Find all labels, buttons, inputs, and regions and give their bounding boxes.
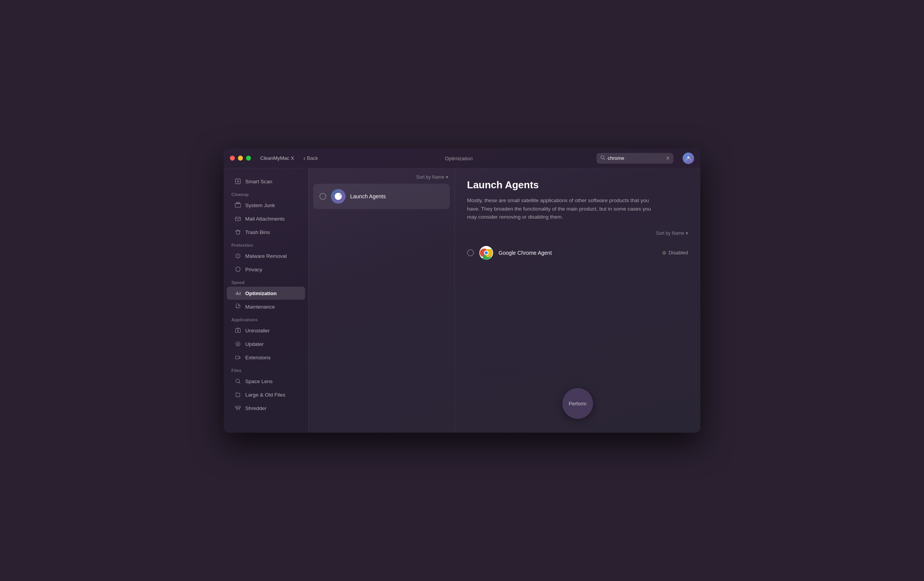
sidebar-item-label: Mail Attachments: [245, 216, 285, 222]
shredder-icon: [234, 405, 241, 412]
sidebar-item-label: Optimization: [245, 290, 277, 296]
detail-description: Mostly, these are small satellite applic…: [467, 196, 651, 221]
traffic-lights: [230, 156, 251, 161]
sidebar-item-space-lens[interactable]: Space Lens: [227, 375, 305, 388]
detail-sort-row: Sort by Name ▾: [467, 231, 688, 236]
app-title: CleanMyMac X: [260, 155, 294, 161]
search-input[interactable]: [608, 155, 664, 161]
disabled-dot: [662, 251, 666, 255]
disabled-label: Disabled: [668, 250, 688, 256]
sidebar-item-large-old-files[interactable]: Large & Old Files: [227, 388, 305, 401]
detail-title: Launch Agents: [467, 179, 688, 191]
svg-line-1: [604, 158, 605, 159]
svg-rect-5: [236, 203, 239, 204]
minimize-button[interactable]: [238, 156, 243, 161]
perform-button[interactable]: Perform: [562, 388, 593, 419]
sort-arrow-icon: ▾: [446, 174, 448, 180]
space-lens-icon: [234, 378, 241, 385]
chrome-icon: [479, 246, 493, 260]
list-item-checkbox[interactable]: [319, 193, 326, 200]
sidebar: Smart Scan Cleanup System Junk: [224, 168, 308, 433]
sidebar-item-label: Space Lens: [245, 378, 273, 384]
trash-icon: [234, 229, 241, 236]
large-files-icon: [234, 391, 241, 398]
system-junk-icon: [234, 202, 241, 209]
search-clear-button[interactable]: ×: [666, 155, 670, 161]
back-arrow-icon: ‹: [303, 155, 305, 162]
svg-rect-6: [236, 217, 241, 221]
list-pane: Sort by Name ▾ Launch Agents: [309, 168, 455, 433]
main-window: CleanMyMac X ‹ Back Optimization ×: [224, 148, 700, 433]
section-files: Files: [224, 364, 308, 374]
svg-rect-4: [235, 203, 241, 207]
sidebar-item-label: Smart Scan: [245, 179, 273, 184]
maximize-button[interactable]: [246, 156, 251, 161]
sidebar-item-uninstaller[interactable]: Uninstaller: [227, 324, 305, 337]
back-button[interactable]: ‹ Back: [300, 153, 321, 163]
sidebar-item-label: Privacy: [245, 267, 262, 272]
updater-icon: [234, 340, 241, 347]
sidebar-item-label: System Junk: [245, 203, 275, 208]
main-content: Smart Scan Cleanup System Junk: [224, 168, 700, 433]
sort-label-text: Sort by Name: [416, 174, 444, 180]
sidebar-item-shredder[interactable]: Shredder: [227, 402, 305, 415]
optimization-icon: [234, 290, 241, 297]
section-applications: Applications: [224, 314, 308, 324]
section-cleanup: Cleanup: [224, 188, 308, 198]
section-protection: Protection: [224, 239, 308, 249]
sidebar-item-privacy[interactable]: Privacy: [227, 263, 305, 276]
detail-sort-label: Sort by Name: [656, 231, 684, 236]
malware-icon: [234, 252, 241, 259]
agent-name: Google Chrome Agent: [499, 250, 657, 256]
detail-sort-arrow: ▾: [686, 231, 688, 236]
sidebar-item-label: Shredder: [245, 405, 267, 411]
search-icon: [600, 155, 605, 162]
sidebar-item-system-junk[interactable]: System Junk: [227, 199, 305, 212]
sidebar-item-updater[interactable]: Updater: [227, 337, 305, 350]
uninstaller-icon: [234, 327, 241, 334]
titlebar-center: Optimization: [327, 155, 590, 162]
titlebar: CleanMyMac X ‹ Back Optimization ×: [224, 148, 700, 168]
sidebar-item-label: Maintenance: [245, 304, 275, 310]
sidebar-item-label: Trash Bins: [245, 229, 270, 235]
svg-rect-10: [236, 356, 239, 359]
sidebar-item-maintenance[interactable]: Maintenance: [227, 300, 305, 313]
perform-label: Perform: [568, 401, 586, 407]
search-bar: ×: [597, 153, 673, 164]
svg-rect-12: [236, 406, 241, 408]
mail-icon: [234, 215, 241, 222]
sidebar-item-optimization[interactable]: Optimization: [227, 287, 305, 300]
list-sort-button[interactable]: Sort by Name ▾: [416, 174, 448, 180]
sidebar-item-label: Large & Old Files: [245, 392, 285, 398]
sidebar-item-extensions[interactable]: Extensions: [227, 351, 305, 364]
sidebar-item-label: Malware Removal: [245, 253, 287, 259]
list-item-label: Launch Agents: [350, 193, 386, 199]
launch-agents-icon-bg: [331, 189, 346, 204]
sidebar-item-malware-removal[interactable]: Malware Removal: [227, 249, 305, 262]
sidebar-item-smart-scan[interactable]: Smart Scan: [227, 175, 305, 188]
privacy-icon: [234, 266, 241, 273]
sidebar-item-trash-bins[interactable]: Trash Bins: [227, 226, 305, 239]
list-item[interactable]: Launch Agents: [313, 184, 450, 209]
list-sort-row: Sort by Name ▾: [313, 173, 450, 184]
section-title: Optimization: [445, 156, 473, 161]
agent-row: Google Chrome Agent Disabled: [467, 242, 688, 264]
detail-pane: Launch Agents Mostly, these are small sa…: [455, 168, 700, 433]
maintenance-icon: [234, 303, 241, 310]
smart-scan-icon: [234, 178, 241, 185]
close-button[interactable]: [230, 156, 235, 161]
avatar[interactable]: [683, 153, 694, 164]
section-speed: Speed: [224, 276, 308, 286]
svg-point-20: [485, 251, 488, 254]
sidebar-item-mail-attachments[interactable]: Mail Attachments: [227, 212, 305, 225]
extensions-icon: [234, 354, 241, 361]
disabled-badge: Disabled: [662, 250, 688, 256]
detail-sort-button[interactable]: Sort by Name ▾: [656, 231, 688, 236]
sidebar-item-label: Extensions: [245, 355, 271, 360]
agent-checkbox[interactable]: [467, 249, 474, 256]
sidebar-item-label: Uninstaller: [245, 328, 270, 334]
sidebar-item-label: Updater: [245, 341, 264, 347]
back-label: Back: [307, 155, 318, 161]
